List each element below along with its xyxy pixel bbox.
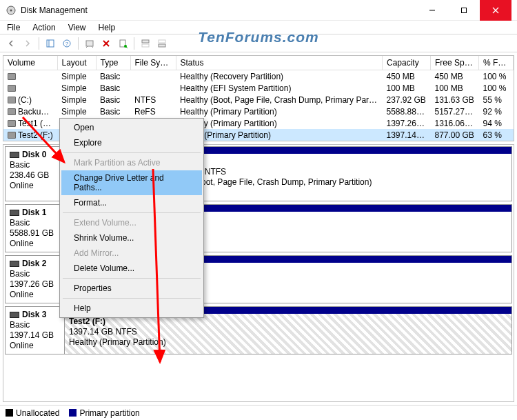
ctx-shrink[interactable]: Shrink Volume... — [61, 230, 202, 246]
menu-action[interactable]: Action — [30, 22, 58, 32]
app-icon — [6, 5, 17, 16]
context-menu: Open Explore Mark Partition as Active Ch… — [59, 118, 204, 318]
ctx-help[interactable]: Help — [61, 301, 202, 316]
menu-file[interactable]: File — [4, 22, 23, 32]
help-button[interactable]: ? — [60, 37, 74, 50]
forward-button[interactable] — [21, 37, 34, 50]
svg-text:?: ? — [65, 41, 69, 47]
disk-info[interactable]: Disk 0Basic238.46 GBOnline — [6, 147, 65, 201]
toolbar: ? — [0, 34, 517, 52]
disk-icon — [10, 210, 19, 216]
col-volume[interactable]: Volume — [3, 56, 57, 70]
col-fs[interactable]: File Syste... — [130, 56, 176, 70]
drive-icon — [8, 97, 16, 103]
ctx-extend: Extend Volume... — [61, 215, 202, 230]
disk-icon — [10, 261, 19, 267]
col-pct[interactable]: % Free — [479, 56, 514, 70]
svg-rect-15 — [142, 40, 149, 43]
ctx-explore[interactable]: Explore — [61, 135, 202, 150]
svg-rect-6 — [47, 40, 54, 47]
svg-rect-18 — [159, 44, 165, 47]
disk-info[interactable]: Disk 2Basic1397.26 GBOnline — [6, 256, 65, 303]
col-free[interactable]: Free Space — [431, 56, 479, 70]
disk-info[interactable]: Disk 3Basic1397.14 GBOnline — [6, 307, 65, 354]
col-status[interactable]: Status — [176, 56, 383, 70]
drive-icon — [8, 85, 16, 92]
volume-row[interactable]: Backup (D:)SimpleBasicReFSHealthy (Prima… — [3, 106, 514, 117]
legend-unalloc: Unallocated — [6, 408, 59, 418]
window-title: Disk Management — [21, 6, 88, 15]
partition[interactable]: (C:)237.92 GB NTFSHealthy (Boot, Page Fi… — [159, 147, 511, 201]
menubar: File Action View Help — [0, 21, 517, 34]
ctx-add-mirror: Add Mirror... — [61, 246, 202, 261]
svg-rect-17 — [159, 40, 165, 43]
volume-row[interactable]: SimpleBasicHealthy (Recovery Partition)4… — [3, 70, 514, 83]
ctx-mark-active: Mark Partition as Active — [61, 155, 202, 170]
ctx-format[interactable]: Format... — [61, 195, 202, 210]
col-capacity[interactable]: Capacity — [383, 56, 431, 70]
delete-icon[interactable] — [99, 37, 113, 50]
disk-info[interactable]: Disk 1Basic5588.91 GBOnline — [6, 205, 65, 252]
titlebar: Disk Management — [0, 0, 517, 21]
volume-row[interactable]: SimpleBasicHealthy (EFI System Partition… — [3, 82, 514, 94]
ctx-change-drive-letter[interactable]: Change Drive Letter and Paths... — [61, 170, 202, 195]
col-type[interactable]: Type — [96, 56, 130, 70]
back-button[interactable] — [4, 37, 18, 50]
svg-point-1 — [10, 9, 12, 11]
view-top-button[interactable] — [139, 37, 152, 50]
svg-rect-16 — [142, 44, 149, 47]
ctx-delete[interactable]: Delete Volume... — [61, 261, 202, 276]
legend-primary: Primary partition — [69, 408, 139, 418]
ctx-properties[interactable]: Properties — [61, 281, 202, 296]
menu-help[interactable]: Help — [96, 22, 119, 32]
disk-icon — [10, 152, 19, 158]
svg-rect-3 — [462, 8, 467, 12]
col-layout[interactable]: Layout — [57, 56, 96, 70]
drive-icon — [8, 73, 16, 80]
properties-button[interactable] — [116, 37, 130, 50]
legend: Unallocated Primary partition — [0, 405, 517, 420]
svg-rect-10 — [86, 41, 93, 46]
menu-view[interactable]: View — [65, 22, 89, 32]
close-button[interactable] — [480, 0, 511, 21]
refresh-button[interactable] — [83, 37, 97, 50]
console-tree-button[interactable] — [43, 37, 57, 50]
maximize-button[interactable] — [448, 0, 480, 21]
drive-icon — [8, 108, 16, 115]
drive-icon — [8, 132, 16, 139]
view-bottom-button[interactable] — [155, 37, 169, 50]
ctx-open[interactable]: Open — [61, 120, 202, 135]
drive-icon — [8, 120, 16, 127]
volume-row[interactable]: (C:)SimpleBasicNTFSHealthy (Boot, Page F… — [3, 94, 514, 106]
disk-icon — [10, 312, 19, 318]
minimize-button[interactable] — [416, 0, 448, 21]
